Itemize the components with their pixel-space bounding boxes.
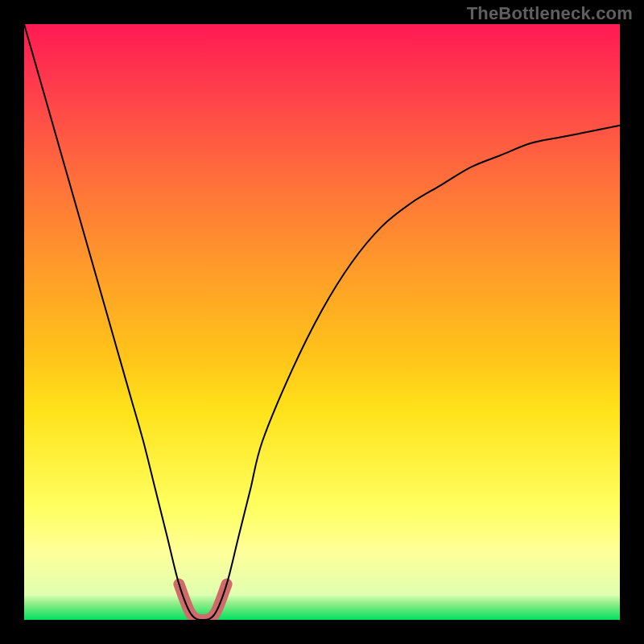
- watermark-text: TheBottleneck.com: [467, 3, 633, 24]
- bg-base: [24, 596, 620, 620]
- chart-frame: TheBottleneck.com: [0, 0, 644, 644]
- chart-svg: [24, 24, 620, 620]
- plot-area: [24, 24, 620, 620]
- bg-gradient-upper: [24, 24, 620, 507]
- bg-band: [24, 507, 620, 596]
